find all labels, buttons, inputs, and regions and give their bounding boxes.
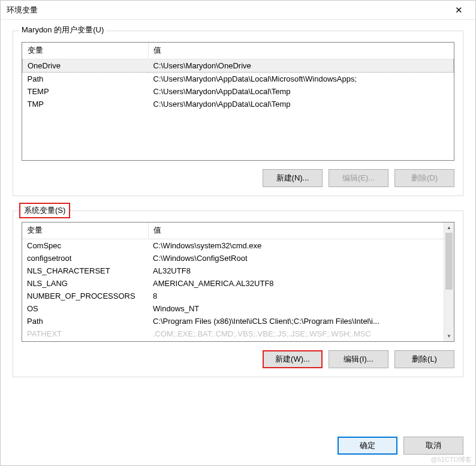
col-header-value[interactable]: 值 [148,223,444,239]
cell-value: C:\Users\Marydon\OneDrive [149,59,454,73]
table-row[interactable]: Path C:\Program Files (x86)\Intel\iCLS C… [22,315,444,327]
cell-value: .COM;.EXE;.BAT;.CMD;.VBS;.VBE;.JS;.JSE;.… [148,327,444,340]
edit-user-var-button[interactable]: 编辑(E)... [329,169,388,187]
delete-user-var-button[interactable]: 删除(D) [394,169,454,187]
table-row[interactable]: NLS_LANG AMERICAN_AMERICA.AL32UTF8 [22,277,444,290]
table-row[interactable]: TEMP C:\Users\Marydon\AppData\Local\Temp [23,85,454,98]
edit-sys-var-button[interactable]: 编辑(I)... [329,350,388,368]
cell-value: C:\Windows\system32\cmd.exe [148,239,444,252]
user-variables-group: Marydon 的用户变量(U) 变量 值 OneDrive C:\Users\… [13,31,463,196]
watermark: @51CTO博客 [431,455,472,464]
cell-variable: TEMP [23,85,149,98]
table-row[interactable]: OneDrive C:\Users\Marydon\OneDrive [23,59,454,73]
system-variables-table[interactable]: 变量 值 ComSpec C:\Windows\system32\cmd.exe… [22,223,444,340]
scroll-thumb[interactable] [445,233,453,290]
cell-value: C:\Users\Marydon\AppData\Local\Temp [149,85,454,98]
table-row[interactable]: Path C:\Users\Marydon\AppData\Local\Micr… [23,73,454,86]
cell-variable: NLS_LANG [22,277,148,290]
user-vars-buttons: 新建(N)... 编辑(E)... 删除(D) [22,169,454,187]
table-row[interactable]: ComSpec C:\Windows\system32\cmd.exe [22,239,444,252]
sys-vars-buttons: 新建(W)... 编辑(I)... 删除(L) [22,350,454,368]
cell-value: C:\Users\Marydon\AppData\Local\Temp [149,98,454,110]
table-header-row: 变量 值 [23,43,454,59]
table-row[interactable]: NLS_CHARACTERSET AL32UTF8 [22,264,444,277]
system-variables-table-wrap: 变量 值 ComSpec C:\Windows\system32\cmd.exe… [22,222,454,342]
cell-value: C:\Users\Marydon\AppData\Local\Microsoft… [149,73,454,86]
cell-value: C:\Windows\ConfigSetRoot [148,252,444,264]
close-icon: ✕ [455,5,463,16]
user-variables-table[interactable]: 变量 值 OneDrive C:\Users\Marydon\OneDrive … [22,43,454,110]
new-user-var-button[interactable]: 新建(N)... [263,169,323,187]
system-vars-scrollbar[interactable]: ▲ ▼ [444,223,454,341]
scroll-up-icon[interactable]: ▲ [444,223,454,233]
content-area: Marydon 的用户变量(U) 变量 值 OneDrive C:\Users\… [1,20,475,377]
cell-value: AL32UTF8 [148,264,444,277]
col-header-variable[interactable]: 变量 [22,223,148,239]
cell-value: C:\Program Files (x86)\Intel\iCLS Client… [148,315,444,327]
table-row[interactable]: TMP C:\Users\Marydon\AppData\Local\Temp [23,98,454,110]
cell-variable: OneDrive [23,59,149,73]
table-row[interactable]: PATHEXT .COM;.EXE;.BAT;.CMD;.VBS;.VBE;.J… [22,327,444,340]
table-header-row: 变量 值 [22,223,444,239]
cell-variable: PATHEXT [22,327,148,340]
cell-variable: NUMBER_OF_PROCESSORS [22,290,148,302]
titlebar: 环境变量 ✕ [1,1,475,20]
cancel-button[interactable]: 取消 [403,437,463,455]
user-variables-table-wrap: 变量 值 OneDrive C:\Users\Marydon\OneDrive … [22,42,454,161]
cell-value: Windows_NT [148,302,444,315]
col-header-variable[interactable]: 变量 [23,43,149,59]
user-variables-label: Marydon 的用户变量(U) [19,25,106,35]
cell-variable: Path [23,73,149,86]
table-row[interactable]: OS Windows_NT [22,302,444,315]
system-variables-label: 系统变量(S) [19,203,70,218]
dialog-buttons: 确定 取消 [338,437,463,455]
cell-variable: NLS_CHARACTERSET [22,264,148,277]
window-title: 环境变量 [7,5,38,16]
delete-sys-var-button[interactable]: 删除(L) [394,350,454,368]
ok-button[interactable]: 确定 [338,437,397,455]
col-header-value[interactable]: 值 [149,43,454,59]
cell-variable: Path [22,315,148,327]
cell-value: AMERICAN_AMERICA.AL32UTF8 [148,277,444,290]
cell-variable: ComSpec [22,239,148,252]
table-row[interactable]: configsetroot C:\Windows\ConfigSetRoot [22,252,444,264]
cell-variable: TMP [23,98,149,110]
cell-variable: configsetroot [22,252,148,264]
cell-variable: OS [22,302,148,315]
table-row[interactable]: NUMBER_OF_PROCESSORS 8 [22,290,444,302]
close-button[interactable]: ✕ [447,2,471,19]
cell-value: 8 [148,290,444,302]
scroll-down-icon[interactable]: ▼ [444,331,454,341]
system-variables-group: 系统变量(S) 变量 值 ComSpec C:\Windows\system32… [13,211,463,377]
new-sys-var-button[interactable]: 新建(W)... [263,350,323,368]
